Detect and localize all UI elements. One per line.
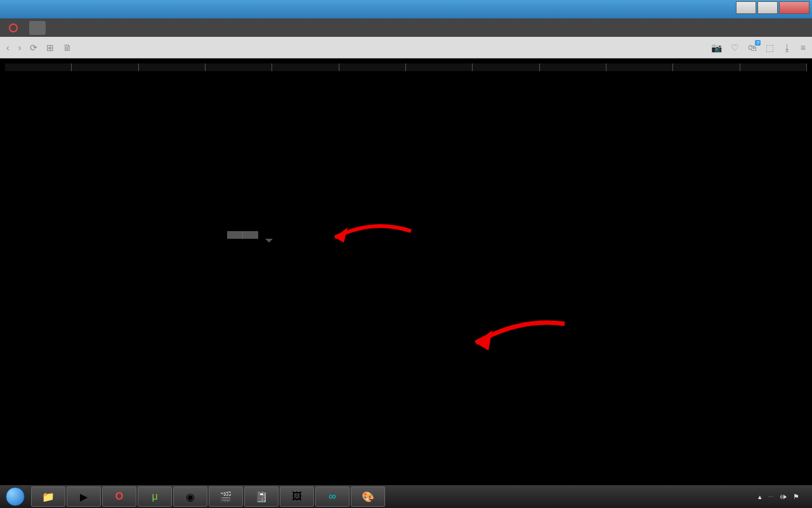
tab-strip [0, 18, 812, 37]
forward-button[interactable]: › [18, 43, 22, 53]
taskbar-app4[interactable]: 🖼 [280, 486, 314, 507]
taskbar-arduino[interactable]: ∞ [315, 486, 350, 507]
opera-logo-icon [9, 23, 18, 32]
tray-icon2[interactable]: ⚑ [793, 493, 799, 501]
download-icon[interactable]: ⭳ [783, 43, 792, 53]
address-bar: ‹ › ⟳ ⊞ 🗎 📷 ♡ 🛍? ⬚ ⭳ ≡ [0, 37, 812, 58]
reload-button[interactable]: ⟳ [30, 43, 37, 53]
taskbar-app2[interactable]: 🎬 [209, 486, 243, 507]
taskbar-app1[interactable]: ◉ [173, 486, 207, 507]
taskbar: 📁 ▶ O μ ◉ 🎬 📓 🖼 ∞ 🎨 ▴ 🕪 ⚑ [0, 485, 812, 508]
page-content [0, 58, 812, 485]
shopping-icon[interactable]: 🛍? [748, 43, 757, 53]
camera-icon[interactable]: 📷 [711, 43, 722, 53]
tray-chevron[interactable]: ▴ [758, 493, 762, 501]
new-tab-button[interactable] [29, 21, 46, 35]
file-icon: 🗎 [63, 43, 72, 53]
windows-orb-icon [6, 487, 25, 506]
close-button[interactable] [779, 1, 809, 14]
context-search[interactable] [227, 231, 243, 239]
taskbar-app3[interactable]: 📓 [244, 486, 278, 507]
taskbar-paint[interactable]: 🎨 [351, 486, 385, 507]
context-menu [227, 231, 258, 239]
top-strip [5, 62, 807, 74]
code-output[interactable] [5, 79, 807, 485]
home-button[interactable]: ⊞ [46, 43, 54, 53]
annotation-arrow-2 [457, 311, 571, 362]
start-button[interactable] [0, 485, 30, 508]
annotation-arrow-1 [322, 212, 417, 250]
window-titlebar [0, 0, 812, 18]
taskbar-explorer[interactable]: 📁 [31, 486, 65, 507]
cube-icon[interactable]: ⬚ [766, 43, 774, 53]
more-icon[interactable]: ≡ [801, 43, 806, 53]
taskbar-opera[interactable]: O [102, 486, 136, 507]
context-copy[interactable] [243, 231, 258, 239]
maximize-button[interactable] [757, 1, 778, 14]
tray-icon[interactable]: 🕪 [780, 493, 787, 500]
taskbar-media[interactable]: ▶ [67, 486, 101, 507]
language-indicator[interactable] [768, 496, 773, 497]
system-tray: ▴ 🕪 ⚑ [758, 493, 812, 501]
back-button[interactable]: ‹ [6, 43, 10, 53]
opera-menu-button[interactable] [3, 22, 27, 34]
minimize-button[interactable] [736, 1, 756, 14]
heart-icon[interactable]: ♡ [731, 43, 739, 53]
taskbar-torrent[interactable]: μ [138, 486, 172, 507]
